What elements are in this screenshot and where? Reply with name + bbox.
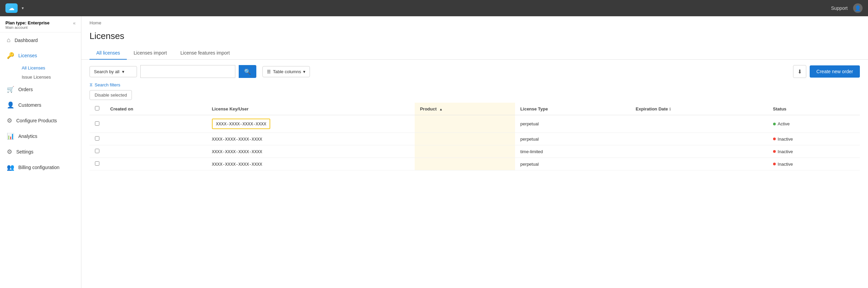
sidebar-header: Plan type: Enterprise Main account «	[0, 16, 81, 33]
sidebar-item-orders[interactable]: 🛒 Orders	[0, 82, 81, 97]
table-columns-button[interactable]: ☰ Table columns ▾	[262, 66, 310, 77]
status-label: Inactive	[778, 162, 793, 167]
breadcrumb: Home	[81, 16, 868, 29]
dashboard-icon: ⌂	[7, 37, 11, 44]
table-row: XXXX-XXXX-XXXX-XXXX time-limited Inactiv…	[90, 145, 860, 158]
nav-right: Support 👤	[831, 3, 863, 13]
licenses-table-container: Disable selected Created on License Key/…	[81, 90, 868, 170]
col-header-expiration-date[interactable]: Expiration Date ℹ	[630, 103, 768, 115]
sidebar-item-customers[interactable]: 👤 Customers	[0, 97, 81, 113]
filter-icon: ⧖	[90, 82, 93, 87]
tab-all-licenses[interactable]: All licenses	[90, 47, 127, 60]
table-row: XXXX-XXXX-XXXX-XXXX perpetual Active	[90, 115, 860, 133]
row-checkbox-cell[interactable]	[90, 115, 105, 133]
status-badge: Inactive	[773, 149, 793, 154]
license-key-cell: XXXX-XXXX-XXXX-XXXX	[206, 158, 415, 170]
status-cell: Inactive	[768, 158, 860, 170]
select-all-checkbox[interactable]	[95, 106, 99, 110]
download-icon: ⬇	[797, 68, 802, 75]
select-all-checkbox-header[interactable]	[90, 103, 105, 115]
table-columns-icon: ☰	[267, 69, 271, 74]
sidebar-item-label: Dashboard	[15, 38, 38, 43]
page-title: Licenses	[81, 29, 868, 47]
license-type-cell: perpetual	[515, 133, 630, 145]
status-dot-icon	[773, 138, 776, 140]
sidebar-item-settings[interactable]: ⚙ Settings	[0, 144, 81, 160]
sidebar-item-issue-licenses[interactable]: Issue Licenses	[18, 73, 81, 82]
dropdown-chevron-icon[interactable]: ▾	[22, 6, 24, 11]
row-checkbox[interactable]	[95, 161, 99, 166]
sidebar-item-all-licenses[interactable]: All Licenses	[18, 63, 81, 73]
row-checkbox[interactable]	[95, 136, 99, 141]
status-badge: Active	[773, 121, 790, 126]
app-logo[interactable]	[5, 3, 18, 13]
top-navigation: ▾ Support 👤	[0, 0, 868, 16]
search-button[interactable]: 🔍	[239, 65, 256, 78]
chevron-down-icon: ▾	[122, 69, 124, 74]
disable-selected-button[interactable]: Disable selected	[90, 90, 132, 100]
status-label: Inactive	[778, 149, 793, 154]
create-new-order-button[interactable]: Create new order	[810, 65, 860, 78]
product-cell	[415, 145, 515, 158]
licenses-table: Created on License Key/User Product ▲ Li…	[90, 103, 860, 170]
search-by-label: Search by all	[94, 69, 119, 74]
plan-type-label: Plan type: Enterprise	[5, 20, 50, 25]
col-header-product[interactable]: Product ▲	[415, 103, 515, 115]
row-checkbox[interactable]	[95, 149, 99, 153]
row-checkbox-cell[interactable]	[90, 145, 105, 158]
search-filters-label: Search filters	[95, 82, 120, 87]
status-dot-icon	[773, 163, 776, 165]
sidebar-item-analytics[interactable]: 📊 Analytics	[0, 128, 81, 144]
col-header-created-on[interactable]: Created on	[105, 103, 206, 115]
chevron-down-icon: ▾	[303, 69, 305, 74]
search-input[interactable]	[140, 65, 235, 78]
sidebar-item-label: Licenses	[18, 53, 37, 58]
license-type-cell: time-limited	[515, 145, 630, 158]
main-content: Home Licenses All licenses Licenses impo…	[81, 16, 868, 288]
status-cell: Active	[768, 115, 860, 133]
sidebar-collapse-button[interactable]: «	[73, 20, 76, 26]
download-button[interactable]: ⬇	[793, 65, 806, 78]
licenses-icon: 🔑	[7, 52, 14, 59]
customers-icon: 👤	[7, 101, 14, 109]
support-link[interactable]: Support	[831, 5, 848, 11]
table-row: XXXX-XXXX-XXXX-XXXX perpetual Inactive	[90, 158, 860, 170]
plan-info: Plan type: Enterprise Main account	[5, 20, 50, 29]
table-columns-label: Table columns	[273, 69, 301, 74]
configure-products-icon: ⚙	[7, 117, 12, 124]
sidebar-item-billing-configuration[interactable]: 👥 Billing configuration	[0, 160, 81, 175]
sidebar-item-label: Orders	[18, 87, 33, 92]
status-cell: Inactive	[768, 145, 860, 158]
tab-license-features-import[interactable]: License features import	[174, 47, 237, 60]
search-by-dropdown[interactable]: Search by all ▾	[90, 66, 137, 77]
sidebar-item-configure-products[interactable]: ⚙ Configure Products	[0, 113, 81, 128]
sidebar-item-licenses[interactable]: 🔑 Licenses	[0, 48, 81, 63]
expiration-date-cell	[630, 158, 768, 170]
license-key: XXXX-XXXX-XXXX-XXXX	[212, 162, 262, 167]
sidebar-item-label: Settings	[16, 149, 34, 155]
search-filters-row: ⧖ Search filters	[81, 81, 868, 90]
col-header-license-key[interactable]: License Key/User	[206, 103, 415, 115]
status-dot-icon	[773, 123, 776, 125]
row-checkbox-cell[interactable]	[90, 158, 105, 170]
col-header-status[interactable]: Status	[768, 103, 860, 115]
created-on-cell	[105, 145, 206, 158]
expiration-date-cell	[630, 115, 768, 133]
status-badge: Inactive	[773, 137, 793, 142]
row-checkbox-cell[interactable]	[90, 133, 105, 145]
license-key-cell: XXXX-XXXX-XXXX-XXXX	[206, 145, 415, 158]
col-header-license-type[interactable]: License Type	[515, 103, 630, 115]
status-dot-icon	[773, 150, 776, 153]
sidebar-item-dashboard[interactable]: ⌂ Dashboard	[0, 33, 81, 48]
tab-licenses-import[interactable]: Licenses import	[127, 47, 174, 60]
created-on-cell	[105, 158, 206, 170]
user-avatar[interactable]: 👤	[853, 3, 863, 13]
licenses-sub-menu: All Licenses Issue Licenses	[0, 63, 81, 82]
analytics-icon: 📊	[7, 132, 14, 140]
sidebar: Plan type: Enterprise Main account « ⌂ D…	[0, 16, 81, 288]
account-label: Main account	[5, 25, 50, 29]
billing-icon: 👥	[7, 164, 14, 171]
search-filters-link[interactable]: ⧖ Search filters	[90, 82, 120, 87]
product-cell	[415, 133, 515, 145]
row-checkbox[interactable]	[95, 121, 99, 126]
